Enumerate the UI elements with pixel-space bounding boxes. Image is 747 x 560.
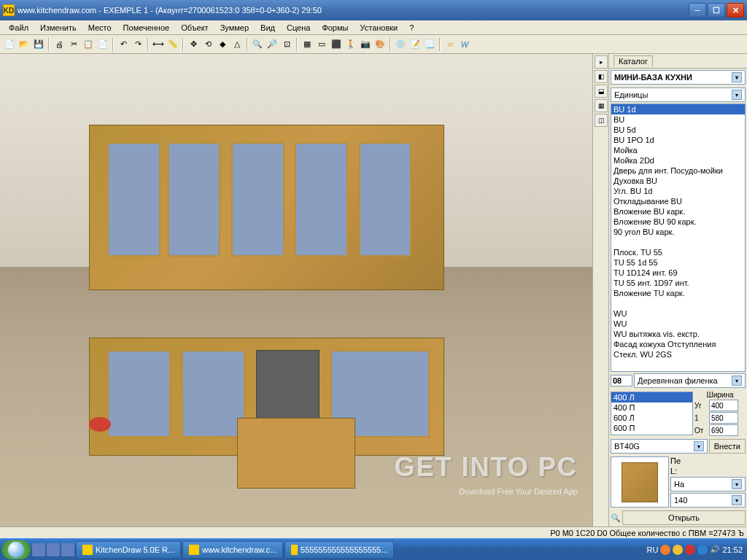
list-item[interactable]: WU bbox=[611, 319, 745, 329]
val-combo[interactable]: 140▾ bbox=[670, 493, 746, 508]
zoom-in-icon[interactable]: 🔍 bbox=[251, 38, 264, 51]
menu-item[interactable]: Файл bbox=[3, 22, 34, 34]
size-list[interactable]: 400 Л400 П600 Л600 П bbox=[611, 392, 693, 435]
list-item[interactable]: TU 55 инт. 1D97 инт. bbox=[611, 278, 745, 288]
volume-icon[interactable]: 🔊 bbox=[710, 545, 720, 554]
list-item[interactable]: 600 П bbox=[611, 423, 692, 433]
color-icon[interactable]: ▱ bbox=[444, 38, 457, 51]
menu-item[interactable]: Формы bbox=[316, 22, 354, 34]
menu-item[interactable]: Помеченное bbox=[117, 22, 176, 34]
list-item[interactable]: TU 1D124 инт. 69 bbox=[611, 268, 745, 278]
list-item[interactable]: Мойка bbox=[611, 145, 745, 155]
insert-button[interactable]: Внести bbox=[709, 439, 746, 454]
lang-indicator[interactable]: RU bbox=[647, 545, 659, 554]
list-item[interactable]: WU вытяжка vis. екстр. bbox=[611, 329, 745, 339]
model-combo[interactable]: BT40G▾ bbox=[611, 439, 708, 454]
new-icon[interactable]: 📄 bbox=[3, 38, 16, 51]
catalog-base-combo[interactable]: МИНИ-БАЗА КУХНИ▾ bbox=[611, 70, 746, 85]
na-combo[interactable]: На▾ bbox=[670, 477, 746, 491]
quicklaunch-icon[interactable] bbox=[61, 543, 74, 556]
list-item[interactable]: Фасад кожуха Отступления bbox=[611, 339, 745, 349]
menu-item[interactable]: Изменить bbox=[34, 22, 82, 34]
list-item[interactable]: BU bbox=[611, 114, 745, 125]
list-item[interactable]: 400 П bbox=[611, 402, 692, 413]
menu-item[interactable]: Установки bbox=[354, 22, 403, 34]
3d-viewport[interactable]: GET INTO PC Download Free Your Desired A… bbox=[0, 54, 592, 526]
list-item[interactable]: Откладывание BU bbox=[611, 196, 745, 206]
taskbar-button[interactable]: www.kitchendraw.c... bbox=[182, 541, 283, 559]
list-item[interactable]: Плоск. TU 55 bbox=[611, 247, 745, 257]
list-item[interactable]: BU 5d bbox=[611, 125, 745, 135]
menu-item[interactable]: Сцена bbox=[281, 22, 316, 34]
menu-item[interactable]: Вид bbox=[255, 22, 281, 34]
minimize-button[interactable]: ─ bbox=[689, 3, 706, 18]
tool-b-icon[interactable]: ⬓ bbox=[595, 85, 608, 98]
menu-item[interactable]: ? bbox=[403, 22, 419, 34]
finish-combo[interactable]: Деревянная филенка▾ bbox=[634, 373, 746, 388]
list-icon[interactable]: 📝 bbox=[409, 38, 422, 51]
undo-icon[interactable]: ↶ bbox=[117, 38, 130, 51]
open-icon[interactable]: 📂 bbox=[18, 38, 31, 51]
list-item[interactable]: Вложение TU карк. bbox=[611, 288, 745, 298]
list-item[interactable]: 400 Л bbox=[611, 392, 692, 402]
ug-input[interactable] bbox=[709, 400, 738, 411]
zoom-fit-icon[interactable]: ⊡ bbox=[280, 38, 293, 51]
camera-icon[interactable]: 📷 bbox=[359, 38, 372, 51]
list-item[interactable]: Вложение BU карк. bbox=[611, 206, 745, 217]
list-item[interactable]: Мойка 2Dd bbox=[611, 155, 745, 166]
list-item[interactable]: Стекл. WU 2GS bbox=[611, 349, 745, 359]
view-3d-icon[interactable]: ⬛ bbox=[330, 38, 343, 51]
menu-item[interactable]: Объект bbox=[175, 22, 214, 34]
tray-icon[interactable] bbox=[660, 545, 670, 555]
save-icon[interactable]: 💾 bbox=[32, 38, 45, 51]
rotate-icon[interactable]: ⟲ bbox=[201, 38, 214, 51]
list-item[interactable]: Угл. BU 1d bbox=[611, 186, 745, 196]
doc-icon[interactable]: 📃 bbox=[423, 38, 436, 51]
list-item[interactable]: Вложение BU 90 карк. bbox=[611, 217, 745, 227]
list-item[interactable] bbox=[611, 298, 745, 308]
web-icon[interactable]: W bbox=[458, 38, 471, 51]
list-item[interactable]: BU 1PO 1d bbox=[611, 135, 745, 145]
export-icon[interactable]: 💿 bbox=[394, 38, 407, 51]
ruler-icon[interactable]: 📏 bbox=[166, 38, 179, 51]
clock[interactable]: 21:52 bbox=[722, 545, 743, 554]
ot-input[interactable] bbox=[709, 424, 738, 436]
taskbar-button[interactable]: KitchenDraw 5.0E R... bbox=[76, 541, 181, 559]
render-icon[interactable]: 🎨 bbox=[374, 38, 387, 51]
walk-icon[interactable]: 🚶 bbox=[344, 38, 357, 51]
tool-d-icon[interactable]: ◫ bbox=[595, 114, 608, 127]
zoom-small-icon[interactable]: 🔍 bbox=[611, 513, 621, 523]
tray-icon[interactable] bbox=[697, 545, 708, 555]
cut-icon[interactable]: ✂ bbox=[67, 38, 80, 51]
angle-icon[interactable]: △ bbox=[231, 38, 244, 51]
tray-icon[interactable] bbox=[673, 545, 683, 555]
expand-icon[interactable]: ▸ bbox=[595, 55, 608, 69]
open-button[interactable]: Открыть bbox=[622, 510, 746, 525]
copy-icon[interactable]: 📋 bbox=[82, 38, 95, 51]
paste-icon[interactable]: 📄 bbox=[96, 38, 109, 51]
snap-icon[interactable]: ◆ bbox=[216, 38, 229, 51]
view-top-icon[interactable]: ▦ bbox=[301, 38, 314, 51]
quicklaunch-icon[interactable] bbox=[47, 543, 60, 556]
list-item[interactable]: 600 Л bbox=[611, 413, 692, 423]
quicklaunch-icon[interactable] bbox=[32, 543, 45, 556]
list-item[interactable]: WU bbox=[611, 308, 745, 319]
print-icon[interactable]: 🖨 bbox=[53, 38, 66, 51]
catalog-tab[interactable]: Каталог bbox=[609, 54, 747, 69]
catalog-units-combo[interactable]: Единицы▾ bbox=[611, 88, 746, 102]
redo-icon[interactable]: ↷ bbox=[131, 38, 144, 51]
tool-c-icon[interactable]: ▦ bbox=[595, 99, 608, 112]
list-item[interactable]: Дверь для инт. Посудо-мойки bbox=[611, 166, 745, 176]
view-front-icon[interactable]: ▭ bbox=[315, 38, 328, 51]
catalog-item-list[interactable]: BU 1dBUBU 5dBU 1PO 1dМойкаМойка 2DdДверь… bbox=[611, 104, 746, 372]
list-item[interactable]: TU 55 1d 55 bbox=[611, 257, 745, 268]
tray-icon[interactable] bbox=[685, 545, 695, 555]
move-icon[interactable]: ✥ bbox=[187, 38, 200, 51]
one-input[interactable] bbox=[709, 412, 738, 424]
list-item[interactable]: Духовка BU bbox=[611, 176, 745, 186]
dimension-icon[interactable]: ⟷ bbox=[152, 38, 165, 51]
list-item[interactable]: 90 угол BU карк. bbox=[611, 227, 745, 237]
close-button[interactable]: ✕ bbox=[727, 3, 744, 18]
maximize-button[interactable]: ☐ bbox=[708, 3, 725, 18]
zoom-out-icon[interactable]: 🔎 bbox=[266, 38, 279, 51]
